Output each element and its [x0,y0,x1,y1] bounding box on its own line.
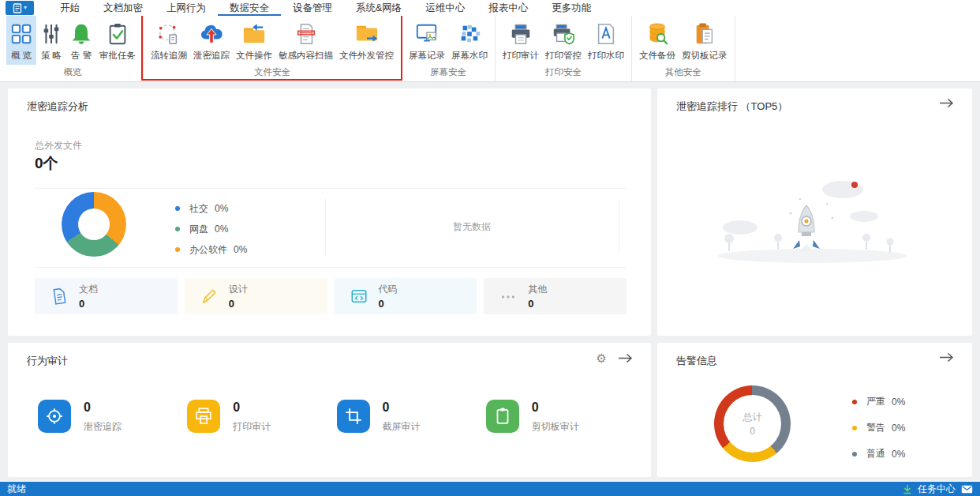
printer-icon [509,22,533,46]
ribbon-item-label: 策 略 [41,50,62,62]
cycle-trace-icon [157,22,181,46]
donut-hole: 总计 0 [724,395,781,453]
tab-start[interactable]: 开始 [48,0,92,16]
sliders-icon [39,22,63,46]
clipboard-icon [492,406,513,426]
audit-value: 0 [233,400,271,415]
ribbon-item-label: 审批任务 [99,50,136,62]
audit-stats-row: 0 泄密追踪 0 打印审计 0 截屏审计 0 剪切板审计 [38,400,635,434]
ribbon-item-sensitive-scan[interactable]: 敏感内容扫描 [275,16,336,65]
ribbon-group-label: 打印安全 [499,65,627,82]
app-menu-button[interactable]: ▾ [6,1,34,15]
ribbon-item-label: 流转追溯 [151,50,187,62]
no-data-text: 暂无数据 [325,220,619,234]
ribbon-item-label: 剪切板记录 [682,50,728,62]
donut-center-text: 总计 0 [743,410,762,438]
watermark-a-icon [594,22,618,46]
audit-value: 0 [84,400,122,415]
ribbon-item-label: 概 览 [11,50,32,62]
ribbon-group-file-security: 流转追溯 泄密追踪 文件操作 敏感内容扫描 文件外发管控 文件安全 [144,16,402,81]
tab-data-security[interactable]: 数据安全 [218,0,281,16]
tab-device-management[interactable]: 设备管理 [281,0,344,16]
ribbon-item-screen-watermark[interactable]: 屏幕水印 [448,16,491,65]
legend-value: 0% [234,244,247,255]
divider [35,188,627,189]
ribbon-item-policy[interactable]: 策 略 [36,16,66,65]
tab-doc-encryption[interactable]: 文档加密 [92,0,155,16]
stat-value: 0 [379,298,398,310]
ribbon-item-print-watermark[interactable]: 打印水印 [585,16,627,65]
folder-export-icon [355,22,379,46]
alert-info-panel: 告警信息 总计 0 严重 0% 警告 0% 普通 0% [657,343,972,477]
printer-icon [193,406,214,426]
target-icon [44,406,65,426]
ribbon-item-alert[interactable]: 告 警 [66,16,96,65]
ribbon-item-file-backup[interactable]: 文件备份 [636,16,679,65]
legend-value: 0% [892,449,905,460]
title-bar: ▾ 开始 文档加密 上网行为 数据安全 设备管理 系统&网络 运维中心 报表中心… [0,0,980,16]
ribbon-group-label: 其他安全 [636,65,731,82]
legend-label: 严重 [866,395,885,408]
ribbon-item-print-control[interactable]: 打印管控 [542,16,585,65]
legend-item-normal: 普通 0% [852,441,905,467]
tab-report-center[interactable]: 报表中心 [477,0,540,16]
mosaic-watermark-icon [458,22,481,46]
document-icon [50,287,68,305]
ribbon-item-file-export-control[interactable]: 文件外发管控 [336,16,397,65]
legend-item-critical: 严重 0% [852,389,905,415]
legend-dot [852,426,857,430]
ribbon-toolbar: 概 览 策 略 告 警 审批任务 概览 流转追溯 [0,16,980,82]
ribbon-item-approval-tasks[interactable]: 审批任务 [96,16,139,65]
legend-label: 普通 [866,447,885,460]
legend-label: 警告 [866,421,885,434]
ribbon-group-print-security: 打印审计 打印管控 打印水印 打印安全 [496,16,632,81]
ribbon-item-label: 敏感内容扫描 [279,50,333,62]
ribbon-item-file-operation[interactable]: 文件操作 [233,16,275,65]
stat-value: 0 [528,298,547,310]
tab-more-functions[interactable]: 更多功能 [540,0,603,16]
ribbon-item-print-audit[interactable]: 打印审计 [499,16,542,65]
stat-card-design: 设计 0 [185,278,327,314]
panel-title: 告警信息 [676,354,717,368]
audit-item-screenshot-audit: 0 截屏审计 [337,400,486,434]
ribbon-item-overview[interactable]: 概 览 [6,16,36,65]
ribbon-group-label: 文件安全 [148,65,397,82]
mail-icon[interactable] [961,485,973,494]
ribbon-item-label: 打印管控 [545,50,582,62]
legend-label: 办公软件 [189,243,227,257]
legend-dot [852,452,857,457]
download-icon[interactable] [903,484,912,494]
cloud-upload-icon [200,22,223,46]
ribbon-item-label: 打印水印 [588,50,624,62]
arrow-right-icon[interactable] [939,98,955,108]
legend-label: 社交 [189,202,208,216]
ribbon-item-label: 文件外发管控 [339,50,394,62]
ribbon-item-screen-record[interactable]: 屏幕记录 [406,16,448,65]
ribbon-item-clipboard-record[interactable]: 剪切板记录 [679,16,731,65]
ribbon-item-leak-trace[interactable]: 泄密追踪 [190,16,233,65]
ribbon-item-label: 告 警 [71,50,92,62]
database-search-icon [645,22,669,46]
category-stats: 文档 0 设计 0 代码 0 其他 0 [35,278,627,314]
stat-card-code: 代码 0 [335,278,477,314]
legend-item-social: 社交 0% [175,198,247,219]
audit-item-leak-trace: 0 泄密追踪 [38,400,187,434]
gear-icon[interactable]: ⚙ [597,352,607,364]
audit-icon-box [337,400,370,433]
ribbon-item-flow-trace[interactable]: 流转追溯 [148,16,190,65]
tab-web-behavior[interactable]: 上网行为 [155,0,218,16]
legend-item-office: 办公软件 0% [175,239,247,260]
status-bar: 就绪 任务中心 [0,482,980,496]
task-center-button[interactable]: 任务中心 [918,483,956,496]
clipboard-record-icon [693,22,716,46]
channel-donut-chart [62,192,126,257]
legend-dot [175,247,180,252]
audit-label: 截屏审计 [383,420,421,434]
tab-ops-center[interactable]: 运维中心 [413,0,477,16]
tab-system-network[interactable]: 系统&网络 [344,0,413,16]
bell-icon [69,22,93,46]
legend-item-warning: 警告 0% [852,415,905,441]
arrow-right-icon[interactable] [939,352,955,363]
audit-value: 0 [383,400,421,415]
arrow-right-icon[interactable] [618,353,634,363]
